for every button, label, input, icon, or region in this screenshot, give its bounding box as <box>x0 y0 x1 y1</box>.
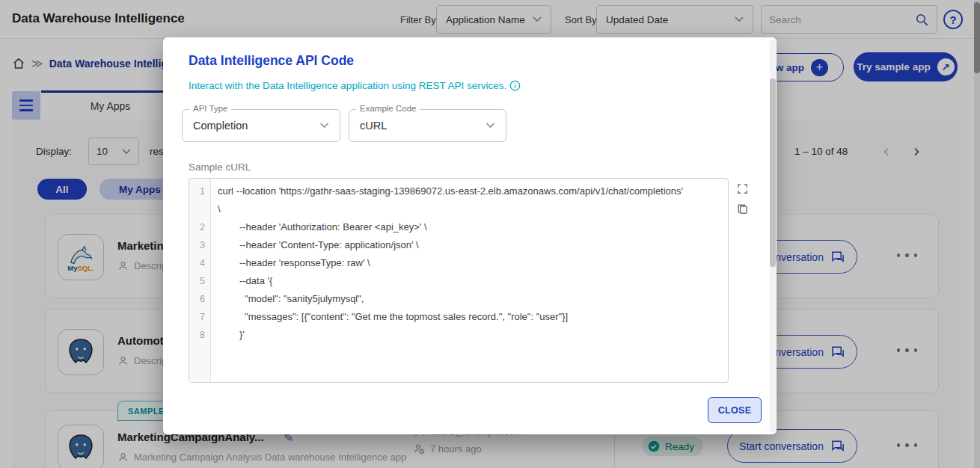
code-line: 3 --header 'Content-Type: application/js… <box>189 236 728 254</box>
code-line: 2 --header 'Authorization: Bearer <api_k… <box>189 218 728 236</box>
api-type-value: Completion <box>193 120 248 132</box>
api-type-label: API Type <box>189 104 231 113</box>
code-line: 5 --data '{ <box>189 272 728 290</box>
modal-scrollbar[interactable] <box>770 40 776 432</box>
example-code-label: Example Code <box>356 104 420 113</box>
code-line: 1curl --location 'https://gathr-saas-sta… <box>189 182 728 218</box>
code-line: 6 "model": "sanity5julymysql", <box>189 290 728 308</box>
code-editor: 1curl --location 'https://gathr-saas-sta… <box>189 178 729 383</box>
example-code-select[interactable]: Example Code cURL <box>349 109 506 142</box>
chevron-down-icon <box>319 123 329 129</box>
app-root: Data Warehouse Intelligence Filter By Ap… <box>0 0 980 468</box>
code-line: 7 "messages": [{"content": "Get me the t… <box>189 308 728 326</box>
api-code-modal: Data Intelligence API Code Interact with… <box>163 37 777 434</box>
info-icon[interactable] <box>509 80 521 91</box>
expand-icon[interactable] <box>736 182 749 195</box>
code-line: 8 }' <box>189 326 728 344</box>
api-type-select[interactable]: API Type Completion <box>182 109 340 142</box>
modal-title: Data Intelligence API Code <box>189 53 354 69</box>
chevron-down-icon <box>486 123 495 129</box>
copy-icon[interactable] <box>736 203 749 215</box>
code-line: 4 --header 'responseType: raw' \ <box>189 254 728 272</box>
sample-curl-label: Sample cURL <box>189 161 251 173</box>
modal-scrollbar-thumb[interactable] <box>770 78 776 267</box>
modal-subtitle: Interact with the Data Intelligence appl… <box>189 80 521 91</box>
close-button[interactable]: CLOSE <box>708 397 762 423</box>
code-toolbar <box>736 182 749 215</box>
example-code-value: cURL <box>360 120 387 132</box>
